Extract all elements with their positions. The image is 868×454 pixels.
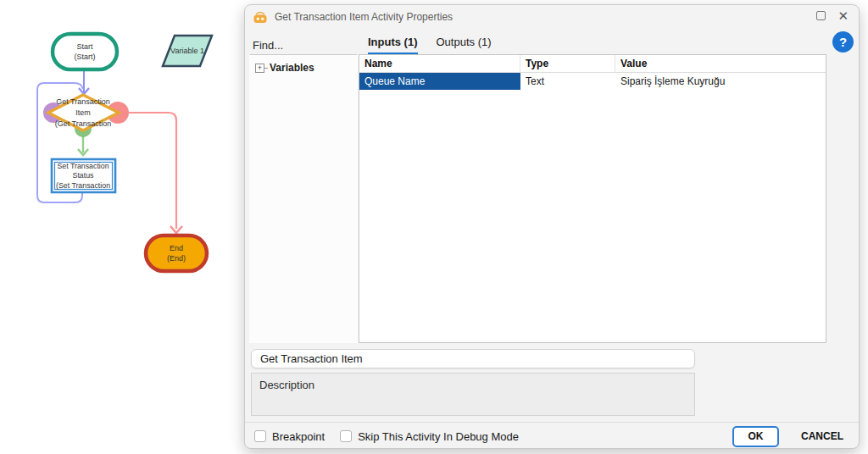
svg-text:Status: Status [73, 171, 95, 180]
svg-text:End: End [170, 244, 183, 252]
cancel-button[interactable]: CANCEL [794, 427, 850, 446]
close-icon[interactable]: ✕ [837, 9, 849, 22]
column-header-name: Name [359, 55, 520, 72]
tab-inputs[interactable]: Inputs (1) [368, 36, 418, 55]
node-variable-1[interactable]: Variable 1 [163, 36, 212, 66]
svg-text:Start: Start [76, 42, 93, 51]
node-end[interactable]: End (End) [146, 235, 207, 271]
maximize-icon[interactable] [816, 11, 826, 20]
column-header-value: Value [615, 55, 826, 72]
ok-button[interactable]: OK [732, 426, 779, 447]
find-input[interactable]: Find... [253, 39, 283, 52]
skip-debug-label: Skip This Activity In Debug Mode [358, 430, 519, 443]
svg-text:Set Transaction: Set Transaction [57, 162, 108, 170]
table-row[interactable]: Queue Name Text Sipariş İşleme Kuyruğu [359, 73, 826, 90]
flowchart: Start (Start) Variable 1 Get Transaction… [0, 0, 246, 305]
svg-text:Variable 1: Variable 1 [170, 47, 204, 55]
description-textarea[interactable]: Description [251, 373, 695, 416]
dialog-title: Get Transaction Item Activity Properties [275, 11, 453, 23]
node-get-transaction-item[interactable]: Get Transaction Item (Get Transaction [48, 95, 119, 130]
cell-name[interactable]: Queue Name [359, 73, 520, 90]
help-icon[interactable]: ? [832, 31, 854, 53]
activity-name-input[interactable] [251, 349, 695, 368]
svg-text:(End): (End) [167, 254, 186, 263]
cell-value[interactable]: Sipariş İşleme Kuyruğu [615, 73, 826, 90]
tree-connector [264, 68, 268, 69]
variables-panel: + Variables [249, 55, 358, 343]
breakpoint-label: Breakpoint [272, 430, 325, 443]
tab-bar: Inputs (1) Outputs (1) [368, 36, 492, 55]
node-set-transaction-status[interactable]: Set Transaction Status (Set Transaction [52, 159, 115, 192]
footer-bar: Breakpoint Skip This Activity In Debug M… [254, 423, 850, 450]
properties-dialog: Get Transaction Item Activity Properties… [244, 4, 860, 449]
workflow-canvas[interactable]: Start (Start) Variable 1 Get Transaction… [0, 0, 246, 305]
dialog-titlebar[interactable]: Get Transaction Item Activity Properties… [245, 5, 859, 29]
inputs-table: Name Type Value Queue Name Text Sipariş … [359, 54, 826, 343]
bot-icon [253, 11, 268, 24]
edge-get-to-end [129, 113, 176, 229]
svg-text:(Start): (Start) [74, 53, 95, 61]
svg-text:Get Transaction: Get Transaction [56, 97, 110, 106]
svg-text:Item: Item [75, 108, 91, 117]
table-header: Name Type Value [359, 55, 826, 73]
svg-text:(Get Transaction: (Get Transaction [55, 119, 112, 128]
tab-outputs[interactable]: Outputs (1) [437, 36, 492, 55]
column-header-type: Type [520, 55, 615, 72]
skip-debug-checkbox[interactable] [340, 430, 352, 442]
node-start[interactable]: Start (Start) [53, 34, 117, 69]
svg-text:(Set Transaction: (Set Transaction [56, 181, 110, 190]
tree-item-label: Variables [270, 62, 314, 74]
expand-plus-icon[interactable]: + [255, 64, 264, 73]
breakpoint-checkbox[interactable] [254, 430, 266, 442]
cell-type[interactable]: Text [520, 73, 615, 90]
tree-item-variables[interactable]: + Variables [255, 62, 314, 74]
